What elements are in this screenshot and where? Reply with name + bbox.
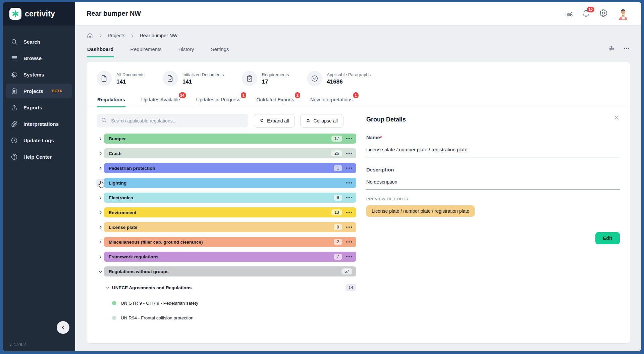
close-icon[interactable] xyxy=(614,115,620,121)
group-menu-icon[interactable] xyxy=(346,138,352,139)
tab-outdated-exports[interactable]: Outdated Exports2 xyxy=(256,94,295,107)
sidebar-item-interpretations[interactable]: Interpretations xyxy=(6,116,72,131)
edit-button[interactable]: Edit xyxy=(595,232,620,244)
expand-chevron-icon[interactable] xyxy=(97,178,104,188)
group-menu-icon[interactable] xyxy=(346,197,352,198)
group-row: Miscellaneous (filler cab, ground cleara… xyxy=(97,237,356,247)
tab-updates-in-progress[interactable]: Updates in Progress1 xyxy=(196,94,241,107)
tab-badge: 1 xyxy=(241,92,246,98)
stat-label: Applicable Paragraphs xyxy=(327,72,371,77)
sidebar-item-search[interactable]: Search xyxy=(6,34,72,49)
regulation-item[interactable]: UN R94 - Frontal collision protection xyxy=(97,313,356,323)
tab-updates-available[interactable]: Updates Available24 xyxy=(141,94,181,107)
expand-chevron-icon[interactable] xyxy=(97,222,104,232)
group-count-badge: 9 xyxy=(334,224,342,230)
tab-badge: 1 xyxy=(353,92,359,98)
sidebar-item-help-center[interactable]: Help Center xyxy=(6,149,72,164)
expand-all-button[interactable]: Expand all xyxy=(254,114,294,128)
page-tabs: Dashboard Requirements History Settings xyxy=(87,43,630,57)
group-menu-icon[interactable] xyxy=(346,167,352,169)
search-input[interactable] xyxy=(110,118,244,124)
group-menu-icon[interactable] xyxy=(346,212,352,213)
group-name: Regulations without groups xyxy=(109,269,337,274)
tab-requirements[interactable]: Requirements xyxy=(129,43,162,57)
document-check-icon xyxy=(163,71,178,86)
tab-label: New Interpretations xyxy=(310,97,353,102)
group-bar-miscellaneous[interactable]: Miscellaneous (filler cab, ground cleara… xyxy=(104,237,356,247)
subgroup-name[interactable]: UNECE Agreements and Regulations xyxy=(112,285,345,290)
sidebar-item-projects[interactable]: Projects BETA xyxy=(6,84,72,98)
group-row: Crash 26 xyxy=(97,148,356,158)
group-bar-without-groups[interactable]: Regulations without groups 57 xyxy=(104,266,356,276)
stat-label: Initialized Documents xyxy=(182,72,224,77)
sidebar-item-label: Systems xyxy=(23,72,44,78)
sidebar-item-browse[interactable]: Browse xyxy=(6,51,72,65)
group-menu-icon[interactable] xyxy=(346,256,352,257)
group-menu-icon[interactable] xyxy=(346,241,352,243)
settings-button[interactable] xyxy=(599,9,608,18)
tab-new-interpretations[interactable]: New Interpretations1 xyxy=(310,94,353,107)
group-count-badge: 9 xyxy=(334,195,342,201)
group-bar-lighting[interactable]: Lighting xyxy=(104,178,356,188)
collapse-chevron-icon[interactable] xyxy=(104,283,111,293)
group-count-badge: 1 xyxy=(334,165,342,171)
collapse-chevron-icon[interactable] xyxy=(97,266,104,276)
more-options-icon[interactable] xyxy=(623,45,630,53)
expand-chevron-icon[interactable] xyxy=(97,207,104,217)
expand-chevron-icon[interactable] xyxy=(97,134,104,144)
avatar[interactable] xyxy=(616,7,630,20)
tab-label: Regulations xyxy=(97,97,125,102)
notifications-button[interactable]: 10 xyxy=(582,9,590,18)
sidebar-item-label: Projects xyxy=(23,88,43,94)
sidebar-item-label: Update Logs xyxy=(23,138,54,143)
expand-chevron-icon[interactable] xyxy=(97,193,104,203)
name-label: Name* xyxy=(366,135,620,140)
tab-badge: 2 xyxy=(295,92,300,98)
expand-chevron-icon[interactable] xyxy=(97,237,104,247)
expand-chevron-icon[interactable] xyxy=(97,163,104,173)
breadcrumb-projects[interactable]: Projects xyxy=(108,33,125,38)
tab-history[interactable]: History xyxy=(178,43,195,57)
group-menu-icon[interactable] xyxy=(346,182,352,184)
group-bar-electronics[interactable]: Electronics 9 xyxy=(104,193,356,203)
group-bar-crash[interactable]: Crash 26 xyxy=(104,148,356,158)
group-name: Bumper xyxy=(109,136,327,141)
required-asterisk: * xyxy=(380,135,382,140)
group-name: Lighting xyxy=(109,181,342,186)
expand-chevron-icon[interactable] xyxy=(97,252,104,262)
tab-regulations[interactable]: Regulations xyxy=(97,94,126,107)
sidebar-item-systems[interactable]: Systems xyxy=(6,67,72,82)
filter-sliders-icon[interactable] xyxy=(608,45,615,53)
sidebar-item-label: Search xyxy=(23,39,40,45)
group-menu-icon[interactable] xyxy=(346,226,352,228)
chevron-right-icon xyxy=(130,34,135,38)
sidebar-item-exports[interactable]: Exports xyxy=(6,100,72,115)
regulation-tabs: Regulations Updates Available24 Updates … xyxy=(87,94,630,107)
test-drive-button[interactable] xyxy=(564,9,573,18)
group-bar-bumper[interactable]: Bumper 17 xyxy=(104,134,356,144)
home-icon[interactable] xyxy=(87,32,93,39)
collapse-all-button[interactable]: Collapse all xyxy=(300,114,343,128)
tab-dashboard[interactable]: Dashboard xyxy=(87,43,114,57)
logo-asterisk-icon xyxy=(9,8,21,20)
sidebar-item-label: Interpretations xyxy=(23,121,59,127)
notification-count-badge: 10 xyxy=(587,7,594,12)
group-bar-license-plate[interactable]: License plate 9 xyxy=(104,222,356,232)
tab-settings[interactable]: Settings xyxy=(210,43,229,57)
sidebar-collapse-button[interactable] xyxy=(57,321,69,334)
group-bar-framework-regulations[interactable]: Framework regulations 7 xyxy=(104,252,356,262)
sidebar-item-update-logs[interactable]: Update Logs xyxy=(6,133,72,148)
content-area: Projects Rear bumper NW Dashboard Requir… xyxy=(75,26,641,351)
search-box[interactable] xyxy=(97,114,248,128)
group-row: Environment 13 xyxy=(97,207,356,217)
regulation-item[interactable]: UN GTR 9 - GTR 9 - Pedestrian safety xyxy=(97,298,356,308)
group-menu-icon[interactable] xyxy=(346,153,352,154)
logo-wordmark: certivity xyxy=(25,9,55,18)
group-bar-environment[interactable]: Environment 13 xyxy=(104,207,356,217)
tab-badge: 24 xyxy=(179,92,186,98)
group-bar-pedestrian-protection[interactable]: Pedestrian protection 1 xyxy=(104,163,356,173)
logo[interactable]: certivity xyxy=(3,2,75,26)
sidebar-item-label: Browse xyxy=(23,55,42,61)
regulation-name: UN R94 - Frontal collision protection xyxy=(121,315,194,320)
expand-chevron-icon[interactable] xyxy=(97,148,104,158)
